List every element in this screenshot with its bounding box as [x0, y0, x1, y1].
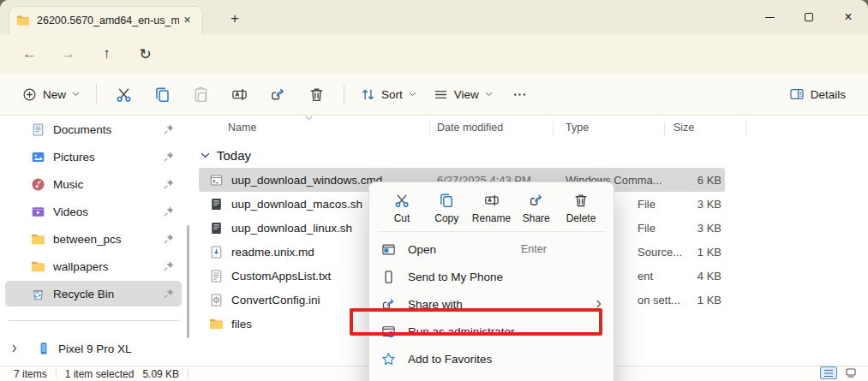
menu-divider: [378, 231, 605, 232]
sidebar-item-label: wallpapers: [53, 260, 109, 273]
up-button[interactable]: ↑: [87, 39, 126, 68]
refresh-icon: ↻: [139, 45, 151, 63]
quick-action-label: Copy: [434, 212, 458, 224]
minimize-button[interactable]: [750, 0, 789, 34]
sidebar-scrollbar[interactable]: [187, 225, 189, 338]
pin-icon: [163, 233, 175, 245]
menu-item-label: Add to Favorites: [408, 353, 509, 366]
new-tab-button[interactable]: +: [223, 8, 247, 30]
sidebar-item-label: Documents: [53, 123, 111, 136]
submenu-chevron-icon: [588, 300, 602, 308]
expand-chevron-icon[interactable]: [12, 344, 22, 353]
delete-menu-button[interactable]: Delete: [559, 189, 603, 224]
details-view-toggle[interactable]: [820, 366, 837, 379]
delete-icon: [573, 193, 589, 208]
sidebar-item-label: Recycle Bin: [53, 288, 114, 301]
sh-file-icon: [209, 221, 224, 235]
column-header-type[interactable]: Type: [566, 122, 589, 134]
sort-button[interactable]: Sort: [352, 80, 425, 109]
column-divider[interactable]: [745, 122, 746, 136]
toolbar-divider: [96, 84, 97, 104]
rename-menu-button[interactable]: Rename: [470, 189, 514, 224]
new-button[interactable]: New: [14, 80, 88, 109]
file-size: 1 KB: [627, 294, 721, 307]
selection-count: 1 item selected: [65, 368, 135, 380]
delete-icon: [308, 86, 325, 103]
view-button[interactable]: View: [425, 80, 501, 109]
file-size: 6 KB: [627, 174, 721, 187]
menu-item-compress-to[interactable]: Compress to: [373, 372, 610, 381]
file-size: 4 KB: [627, 270, 721, 283]
menu-item-open[interactable]: Open Enter: [373, 235, 610, 263]
phone-icon: [381, 270, 396, 284]
sort-indicator-icon: [305, 116, 313, 121]
column-header-name[interactable]: Name: [228, 122, 256, 134]
group-header-today[interactable]: Today: [201, 144, 251, 166]
minimize-icon: [765, 17, 775, 18]
back-button[interactable]: ←: [10, 39, 49, 68]
view-icon: [434, 87, 448, 102]
new-button-label: New: [43, 88, 66, 101]
sidebar-item-label: Pictures: [53, 151, 95, 164]
forward-button[interactable]: →: [49, 39, 87, 68]
rename-button[interactable]: [220, 80, 259, 109]
folder-icon: [31, 232, 45, 247]
toolbar-divider: [344, 84, 344, 104]
share-icon: [270, 86, 286, 103]
sidebar-item-device[interactable]: Pixel 9 Pro XL: [5, 336, 182, 361]
sort-button-label: Sort: [381, 88, 403, 101]
delete-button[interactable]: [297, 80, 336, 109]
column-divider[interactable]: [553, 122, 554, 136]
menu-item-send-to-phone[interactable]: Send to My Phone: [373, 263, 610, 290]
quick-action-label: Rename: [472, 212, 511, 224]
forward-icon: →: [61, 45, 75, 63]
maximize-button[interactable]: [789, 0, 829, 34]
column-header-size[interactable]: Size: [673, 122, 694, 134]
address-bar: ← → ↑ ↻ Downloads 26200.5670_amd64_en-us…: [0, 34, 868, 74]
file-name: uup_download_macos.sh: [231, 198, 362, 211]
rename-icon: [484, 193, 500, 208]
star-icon: [381, 352, 396, 366]
sh-file-icon: [209, 197, 224, 211]
sidebar-item-label: Videos: [53, 205, 88, 218]
ini-file-icon: [209, 293, 224, 307]
sidebar-item-music[interactable]: Music: [5, 171, 182, 197]
share-button[interactable]: [259, 80, 297, 109]
tab-close-icon[interactable]: ×: [179, 13, 195, 29]
status-divider: [56, 369, 57, 378]
menu-item-add-to-favorites[interactable]: Add to Favorites: [373, 345, 610, 372]
sidebar-item-between-pcs[interactable]: between_pcs: [5, 226, 182, 252]
paste-button[interactable]: [182, 80, 220, 109]
menu-item-label: Open: [408, 243, 509, 256]
thumbnail-view-toggle[interactable]: [842, 366, 859, 379]
explorer-tab[interactable]: 26200.5670_amd64_en-us_mu ×: [9, 6, 203, 34]
file-size: 3 KB: [627, 198, 721, 211]
sidebar-item-recycle-bin[interactable]: Recycle Bin: [5, 281, 182, 307]
sidebar-item-videos[interactable]: Videos: [5, 199, 182, 224]
refresh-button[interactable]: ↻: [126, 39, 165, 68]
cut-icon: [394, 193, 410, 208]
chevron-down-icon: [485, 92, 493, 97]
close-button[interactable]: ×: [829, 0, 868, 34]
share-menu-button[interactable]: Share: [514, 189, 559, 224]
more-options-button[interactable]: [501, 80, 538, 109]
command-bar: New Sort View Details: [0, 74, 868, 116]
item-count: 7 items: [14, 368, 47, 380]
cut-menu-button[interactable]: Cut: [380, 189, 424, 224]
chevron-down-icon: [409, 92, 416, 97]
sidebar-item-documents[interactable]: Documents: [5, 116, 182, 142]
up-icon: ↑: [103, 45, 111, 63]
cut-button[interactable]: [105, 80, 143, 109]
paste-icon: [193, 86, 209, 103]
music-icon: [31, 177, 45, 192]
details-pane-button[interactable]: Details: [781, 80, 854, 109]
sidebar-item-wallpapers[interactable]: wallpapers: [5, 253, 182, 279]
column-divider[interactable]: [429, 122, 430, 136]
copy-button[interactable]: [143, 80, 182, 109]
file-name: uup_download_linux.sh: [231, 222, 352, 235]
copy-menu-button[interactable]: Copy: [424, 189, 469, 224]
sidebar-item-pictures[interactable]: Pictures: [5, 144, 182, 170]
column-header-date[interactable]: Date modified: [437, 122, 503, 134]
column-divider[interactable]: [664, 122, 665, 136]
pin-icon: [163, 151, 175, 163]
